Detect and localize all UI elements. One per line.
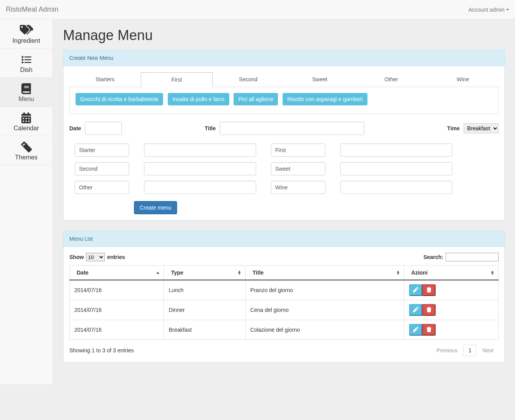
- table-row: 2014/07/16BreakfastColazione del giorno: [70, 320, 499, 340]
- table-length: Show 10 entries: [69, 253, 125, 261]
- length-prefix: Show: [69, 254, 84, 260]
- course-label-starter: [75, 144, 129, 157]
- sidebar-item-label: Ingredient: [12, 37, 40, 44]
- title-input[interactable]: [220, 122, 364, 135]
- dish-chip[interactable]: Risotto con asparagi e gamberi: [283, 93, 367, 105]
- sidebar-item-dish[interactable]: Dish: [0, 49, 53, 78]
- list-icon: [20, 54, 33, 65]
- table-info: Showing 1 to 3 of 3 entries: [69, 347, 134, 354]
- table-row: 2014/07/16LunchPranzo del giorno: [70, 280, 499, 300]
- page-title: Manage Menu: [63, 27, 505, 44]
- length-suffix: entries: [107, 254, 125, 260]
- tag-icon: [20, 25, 33, 36]
- delete-button[interactable]: [422, 284, 436, 296]
- dish-chip[interactable]: Gnocchi di ricotta e barbabietole: [76, 93, 163, 105]
- cell-date: 2014/07/16: [70, 280, 164, 300]
- brand-link[interactable]: RistoMeal Admin: [6, 5, 58, 14]
- course-label-other: [75, 181, 129, 194]
- cell-title: Colazione del giorno: [245, 320, 404, 340]
- cell-title: Pranzo del giorno: [245, 280, 404, 300]
- th-title[interactable]: Title ▲▼: [245, 266, 404, 280]
- panel-heading: Create New Menu: [63, 50, 504, 66]
- page-next[interactable]: Next: [477, 345, 499, 356]
- course-input-sweet[interactable]: [340, 162, 452, 175]
- sidebar-item-label: Menu: [18, 96, 34, 103]
- account-dropdown[interactable]: Account admin: [468, 7, 509, 13]
- cell-actions: [404, 320, 498, 340]
- menu-table: Date ▲ Type ▲▼ Title ▲▼: [69, 265, 499, 340]
- panel-body: Show 10 entries Search:: [63, 247, 504, 362]
- cell-type: Dinner: [164, 300, 245, 320]
- dish-chip[interactable]: Pici all aglione: [234, 93, 278, 105]
- cell-type: Lunch: [164, 280, 245, 300]
- time-label: Time: [447, 125, 460, 131]
- table-filter: Search:: [424, 253, 499, 261]
- th-date[interactable]: Date ▲: [70, 266, 164, 280]
- th-azioni[interactable]: Azioni ▲▼: [404, 266, 498, 280]
- delete-button[interactable]: [422, 304, 436, 316]
- table-row: 2014/07/16DinnerCena del giorno: [70, 300, 499, 320]
- course-inputs-grid: [75, 144, 499, 194]
- sidebar-item-ingredient[interactable]: Ingredient: [0, 19, 53, 49]
- pagination: Previous 1 Next: [431, 345, 499, 356]
- caret-down-icon: [506, 9, 509, 10]
- page-1[interactable]: 1: [463, 345, 476, 356]
- pencil-icon: [413, 287, 418, 294]
- trash-icon: [426, 307, 432, 313]
- main-content: Manage Menu Create New Menu Starters Fir…: [53, 19, 515, 384]
- course-label-first: [271, 144, 325, 157]
- navbar: RistoMeal Admin Account admin: [0, 0, 515, 19]
- tab-first[interactable]: First: [141, 72, 213, 87]
- search-input[interactable]: [446, 253, 499, 261]
- panel-body: Starters First Second Sweet Other Wine G…: [63, 66, 504, 220]
- th-type[interactable]: Type ▲▼: [164, 266, 245, 280]
- cell-actions: [404, 300, 498, 320]
- page-previous[interactable]: Previous: [431, 345, 462, 356]
- magic-icon: [20, 142, 33, 152]
- trash-icon: [426, 327, 432, 333]
- sidebar-item-calendar[interactable]: Calendar: [0, 107, 53, 136]
- tab-wine[interactable]: Wine: [427, 72, 499, 87]
- trash-icon: [426, 287, 432, 294]
- sort-icon: ▲▼: [237, 270, 241, 275]
- sort-asc-icon: ▲: [156, 271, 160, 274]
- book-icon: [20, 83, 33, 94]
- search-label: Search:: [424, 254, 443, 260]
- course-input-second[interactable]: [144, 162, 256, 175]
- course-label-wine: [271, 181, 325, 194]
- sidebar-item-menu[interactable]: Menu: [0, 78, 53, 107]
- date-input[interactable]: [85, 122, 122, 135]
- course-input-other[interactable]: [144, 181, 256, 194]
- delete-button[interactable]: [422, 324, 436, 336]
- course-input-starter[interactable]: [144, 144, 256, 157]
- title-label: Title: [205, 125, 216, 131]
- tab-pane-first: Gnocchi di ricotta e barbabietole Insalt…: [69, 87, 499, 114]
- edit-button[interactable]: [409, 304, 422, 316]
- tab-starters[interactable]: Starters: [69, 72, 141, 87]
- edit-button[interactable]: [409, 284, 422, 296]
- tab-sweet[interactable]: Sweet: [284, 72, 355, 87]
- course-input-first[interactable]: [340, 144, 452, 157]
- cell-date: 2014/07/16: [70, 320, 164, 340]
- dish-chip[interactable]: Insalta di pollo e farro: [168, 93, 229, 105]
- course-label-sweet: [271, 162, 325, 175]
- cell-title: Cena del giorno: [245, 300, 404, 320]
- tab-second[interactable]: Second: [213, 72, 284, 87]
- create-menu-button[interactable]: Create menu: [134, 201, 177, 214]
- sort-icon: ▲▼: [490, 270, 494, 275]
- time-select[interactable]: Breakfast: [464, 123, 499, 133]
- course-input-wine[interactable]: [340, 181, 452, 194]
- cell-type: Breakfast: [164, 320, 245, 340]
- sidebar-item-themes[interactable]: Themes: [0, 136, 53, 165]
- tab-other[interactable]: Other: [355, 72, 427, 87]
- edit-button[interactable]: [409, 324, 422, 336]
- calendar-icon: [20, 112, 33, 123]
- panel-menu-list: Menu List Show 10 entries Search:: [63, 231, 505, 362]
- panel-heading: Menu List: [63, 231, 504, 247]
- sidebar: Ingredient Dish Menu Calendar Themes: [0, 19, 53, 384]
- length-select[interactable]: 10: [86, 253, 105, 261]
- pencil-icon: [413, 307, 418, 313]
- sidebar-item-label: Calendar: [14, 125, 39, 132]
- account-label: Account admin: [468, 7, 504, 13]
- sidebar-item-label: Dish: [20, 66, 32, 74]
